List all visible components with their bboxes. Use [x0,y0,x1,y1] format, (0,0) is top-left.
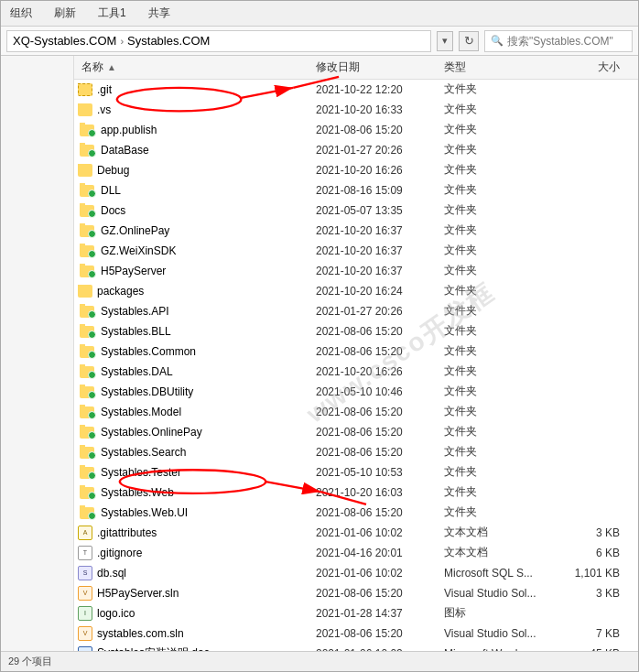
list-item[interactable]: Systables.DBUtility 2021-05-10 10:46 文件夹 [74,382,638,402]
nav-panel [1,56,74,651]
list-item[interactable]: H5PayServer 2021-10-20 16:37 文件夹 [74,261,638,281]
main-panel: 名称 ▲ 修改日期 类型 大小 .git 2021-10-22 12:20 文件… [74,56,638,651]
list-item[interactable]: Systables.DAL 2021-10-20 16:26 文件夹 [74,362,638,382]
list-item[interactable]: Systables.Tester 2021-05-10 10:53 文件夹 [74,462,638,482]
file-name: Systables.Web [101,486,174,499]
col-header-size[interactable]: 大小 [554,60,627,75]
file-type-cell: Visual Studio Sol... [444,627,554,640]
file-name-cell: app.publish [78,123,316,137]
list-item[interactable]: packages 2021-10-20 16:24 文件夹 [74,281,638,301]
file-name: Systables.Model [101,406,181,418]
list-item[interactable]: Systables.Common 2021-08-06 15:20 文件夹 [74,341,638,362]
file-name-cell: .git [78,83,316,96]
explorer-window: 组织 刷新 工具1 共享 XQ-Systables.COM › Systable… [0,0,639,672]
folder-green-icon [78,143,96,157]
file-name: Systables.Search [101,446,186,459]
file-date-cell: 2021-10-20 16:24 [316,285,444,298]
file-name: DataBase [101,144,149,157]
list-item[interactable]: GZ.WeiXinSDK 2021-10-20 16:37 文件夹 [74,241,638,261]
file-name: Systables安装说明.doc [97,645,210,651]
file-name-cell: Systables.DBUtility [78,385,316,399]
file-name: Systables.BLL [101,325,171,338]
folder-green-icon [78,223,96,238]
file-name: .git [97,83,112,96]
folder-green-icon [78,364,96,379]
folder-green-icon [78,485,96,500]
file-size-cell: 7 KB [554,627,627,640]
list-item[interactable]: S db.sql 2021-01-06 10:02 Microsoft SQL … [74,563,638,583]
file-name-cell: Docs [78,203,316,218]
list-item[interactable]: A .gitattributes 2021-01-06 10:02 文本文档 3… [74,523,638,543]
col-header-name[interactable]: 名称 ▲ [78,60,316,75]
folder-green-icon [78,505,96,520]
file-type-cell: 文件夹 [444,444,554,460]
list-item[interactable]: Docs 2021-05-07 13:35 文件夹 [74,201,638,221]
doc-icon: W [78,646,92,652]
file-date-cell: 2021-05-07 13:35 [316,204,444,217]
list-item[interactable]: .git 2021-10-22 12:20 文件夹 [74,80,638,100]
folder-green-icon [78,264,96,278]
list-item[interactable]: Systables.OnlinePay 2021-08-06 15:20 文件夹 [74,422,638,442]
sln-icon: V [78,586,92,601]
address-chevron-btn[interactable]: ▾ [437,31,453,51]
toolbar-refresh[interactable]: 刷新 [49,4,81,23]
file-type-cell: Visual Studio Sol... [444,587,554,600]
file-name-cell: DLL [78,183,316,198]
list-item[interactable]: Systables.Search 2021-08-06 15:20 文件夹 [74,442,638,462]
folder-green-icon [78,244,96,258]
list-item[interactable]: DataBase 2021-01-27 20:26 文件夹 [74,140,638,160]
col-header-date[interactable]: 修改日期 [316,60,444,75]
toolbar-organize[interactable]: 组织 [5,4,38,23]
file-name-cell: A .gitattributes [78,526,316,540]
search-input[interactable] [507,35,626,48]
list-item[interactable]: Systables.API 2021-01-27 20:26 文件夹 [74,301,638,321]
list-item[interactable]: app.publish 2021-08-06 15:20 文件夹 [74,120,638,140]
list-item[interactable]: V H5PayServer.sln 2021-08-06 15:20 Visua… [74,583,638,603]
list-item[interactable]: .vs 2021-10-20 16:33 文件夹 [74,100,638,120]
list-item[interactable]: V systables.com.sln 2021-08-06 15:20 Vis… [74,623,638,644]
list-item[interactable]: DLL 2021-08-16 15:09 文件夹 [74,180,638,201]
file-name-cell: V H5PayServer.sln [78,586,316,601]
search-box[interactable]: 🔍 [484,30,633,52]
list-item[interactable]: Systables.Model 2021-08-06 15:20 文件夹 [74,402,638,422]
folder-green-icon [78,123,96,137]
col-header-type[interactable]: 类型 [444,60,554,75]
file-type-cell: 文件夹 [444,202,554,218]
file-type-cell: Microsoft SQL S... [444,567,554,580]
list-item[interactable]: Systables.BLL 2021-08-06 15:20 文件夹 [74,321,638,341]
list-item[interactable]: Debug 2021-10-20 16:26 文件夹 [74,160,638,180]
list-item[interactable]: Systables.Web.UI 2021-08-06 15:20 文件夹 [74,503,638,523]
list-item[interactable]: I logo.ico 2021-01-28 14:37 图标 [74,603,638,623]
list-item[interactable]: GZ.OnlinePay 2021-10-20 16:37 文件夹 [74,221,638,241]
file-name-cell: Debug [78,164,316,177]
file-name: Systables.Common [101,345,196,358]
file-name-cell: S db.sql [78,566,316,580]
breadcrumb-separator: › [120,36,124,47]
file-type-cell: 文件夹 [444,243,554,258]
toolbar-share[interactable]: 共享 [143,4,176,23]
breadcrumb-part1[interactable]: XQ-Systables.COM [13,34,116,48]
file-size-cell: 45 KB [554,647,627,652]
file-name: app.publish [101,124,157,136]
list-item[interactable]: Systables.Web 2021-10-20 16:03 文件夹 [74,482,638,503]
breadcrumb[interactable]: XQ-Systables.COM › Systables.COM [6,30,431,52]
file-type-cell: 文件夹 [444,81,554,97]
file-name: GZ.OnlinePay [101,224,169,237]
file-name: Systables.API [101,305,169,318]
file-date-cell: 2021-08-06 15:20 [316,406,444,418]
list-item[interactable]: W Systables安装说明.doc 2021-01-06 10:02 Mic… [74,644,638,651]
folder-green-icon [78,465,96,480]
file-date-cell: 2021-01-27 20:26 [316,144,444,157]
file-name-cell: Systables.OnlinePay [78,425,316,439]
address-refresh-btn[interactable]: ↻ [459,31,479,51]
search-icon: 🔍 [491,35,504,47]
breadcrumb-part2[interactable]: Systables.COM [127,34,210,48]
file-name-cell: Systables.API [78,304,316,319]
list-item[interactable]: T .gitignore 2021-04-16 20:01 文本文档 6 KB [74,543,638,563]
file-name: .vs [97,103,111,116]
toolbar-tool1[interactable]: 工具1 [92,4,132,23]
file-name-cell: Systables.Model [78,405,316,419]
file-name: packages [97,285,144,298]
file-name: GZ.WeiXinSDK [101,244,176,257]
sln-icon: V [78,626,92,641]
